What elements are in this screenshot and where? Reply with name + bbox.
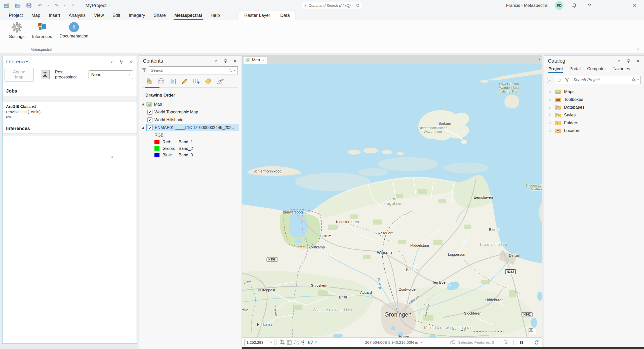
list-by-selection-icon[interactable]: [169, 77, 177, 85]
settings-button[interactable]: Settings: [9, 22, 24, 39]
collapsed-triangle-icon[interactable]: ▷: [548, 90, 552, 94]
close-icon[interactable]: ×: [636, 59, 640, 63]
chevron-down-icon[interactable]: ˅: [109, 60, 114, 64]
project-name[interactable]: MyProject˅: [85, 3, 110, 8]
help-icon[interactable]: ?: [585, 1, 594, 10]
catalog-item-databases[interactable]: ▷ Databases: [544, 103, 644, 111]
pause-drawing-icon[interactable]: [518, 339, 525, 346]
catalog-item-styles[interactable]: ▷ Styles: [544, 111, 644, 119]
map-view-tab[interactable]: Map ×: [243, 56, 267, 64]
chevron-down-icon[interactable]: ˅: [234, 69, 235, 72]
expanded-triangle-icon[interactable]: ◢: [141, 103, 144, 106]
home-icon[interactable]: [555, 76, 563, 84]
job-item[interactable]: ArcGIS Class v1 Provisioning (~5min) 0%: [3, 102, 137, 122]
collapse-ribbon-icon[interactable]: ˅: [637, 47, 639, 52]
back-icon[interactable]: ←: [547, 77, 553, 83]
redo-icon[interactable]: ↷: [53, 2, 60, 9]
filter-funnel-icon[interactable]: [563, 76, 571, 84]
notifications-bell-icon[interactable]: [570, 1, 579, 10]
ribbon-tab-insert[interactable]: Insert: [45, 11, 64, 20]
pin-icon[interactable]: [119, 60, 124, 64]
catalog-item-toolboxes[interactable]: ▷ Toolboxes: [544, 96, 644, 103]
documentation-button[interactable]: i Documentation: [60, 22, 88, 39]
collapsed-triangle-icon[interactable]: ▷: [548, 129, 552, 133]
refresh-map-icon[interactable]: [533, 339, 540, 346]
chevron-down-icon[interactable]: ˅: [617, 59, 621, 63]
chevron-down-icon[interactable]: ˅: [315, 340, 317, 344]
catalog-search-input[interactable]: [571, 78, 632, 82]
ribbon-tab-map[interactable]: Map: [27, 11, 45, 20]
coordinate-readout[interactable]: 267,534.00E 5,940,216.00N m˅: [365, 340, 423, 345]
collapsed-triangle-icon[interactable]: ▷: [548, 98, 552, 101]
inferences-button[interactable]: Inferences: [32, 22, 52, 39]
redo-dropdown-icon[interactable]: ˅: [64, 4, 66, 8]
map-notes-button[interactable]: [529, 328, 536, 334]
pin-icon[interactable]: [223, 59, 228, 63]
ribbon-tab-imagery[interactable]: Imagery: [125, 11, 149, 20]
ribbon-tab-view[interactable]: View: [90, 11, 108, 20]
open-project-icon[interactable]: [14, 2, 22, 9]
explore-selection-icon[interactable]: [449, 339, 456, 346]
ribbon-tab-metaspectral[interactable]: Metaspectral: [170, 11, 206, 20]
tab-list-chevron-icon[interactable]: ˅: [538, 58, 540, 61]
contents-search[interactable]: ˅: [149, 66, 238, 74]
catalog-tab-favorites[interactable]: Favorites: [613, 66, 630, 73]
close-button[interactable]: ×: [630, 1, 639, 10]
catalog-item-locators[interactable]: ▷ Locators: [544, 127, 644, 135]
add-to-map-button[interactable]: Add to Map: [5, 68, 34, 82]
command-search-input[interactable]: [309, 4, 354, 8]
collapsed-triangle-icon[interactable]: ▷: [548, 106, 552, 109]
map-canvas[interactable]: Lower Saxon Wadden Sea National ParkBork…: [242, 64, 542, 337]
grid-icon[interactable]: [286, 339, 293, 346]
tab-raster-layer[interactable]: Raster Layer: [239, 11, 275, 20]
scale-select[interactable]: 1:252,283˅: [244, 339, 274, 346]
clear-selection-icon[interactable]: [502, 339, 509, 346]
ribbon-tab-project[interactable]: Project: [5, 11, 27, 20]
list-by-table-icon[interactable]: [192, 77, 201, 85]
catalog-tab-project[interactable]: Project: [548, 66, 563, 73]
measure-icon[interactable]: [293, 339, 300, 346]
tree-node-map[interactable]: ◢ Map: [139, 100, 241, 108]
post-processing-select[interactable]: None ˅: [89, 70, 133, 79]
list-by-data-source-icon[interactable]: [157, 77, 165, 85]
restore-button[interactable]: [615, 1, 624, 10]
collapsed-triangle-icon[interactable]: ▷: [548, 121, 552, 125]
menu-icon[interactable]: ≡: [637, 68, 640, 72]
tab-data[interactable]: Data: [275, 11, 295, 20]
catalog-item-maps[interactable]: ▷ Maps: [544, 88, 644, 96]
minimize-button[interactable]: —: [600, 1, 609, 10]
catalog-tab-computer[interactable]: Computer: [587, 66, 606, 73]
catalog-tab-portal[interactable]: Portal: [570, 66, 581, 73]
filter-funnel-icon[interactable]: [142, 68, 147, 73]
customize-toolbar-icon[interactable]: ˅: [69, 2, 77, 9]
list-by-editing-icon[interactable]: [180, 77, 189, 85]
ribbon-tab-analysis[interactable]: Analysis: [64, 11, 90, 20]
list-by-labeling-icon[interactable]: [204, 77, 213, 85]
undo-dropdown-icon[interactable]: ˅: [47, 4, 49, 8]
open-table-icon[interactable]: [279, 339, 286, 346]
north-rotation-icon[interactable]: N: [307, 339, 314, 346]
auto-refresh-toggle[interactable]: [41, 70, 49, 79]
chevron-down-icon[interactable]: ˅: [637, 78, 639, 82]
catalog-item-folders[interactable]: ▷ Folders: [544, 119, 644, 127]
selected-features-count[interactable]: Selected Features: 0: [458, 340, 494, 345]
pin-icon[interactable]: [626, 59, 631, 63]
expanded-triangle-icon[interactable]: ◢: [141, 126, 144, 129]
collapsed-triangle-icon[interactable]: ▷: [548, 113, 552, 117]
close-tab-icon[interactable]: ×: [262, 58, 264, 62]
ribbon-tab-edit[interactable]: Edit: [108, 11, 125, 20]
signed-in-user[interactable]: Francis - Metaspectral: [506, 3, 548, 8]
layer-row-world-hillshade[interactable]: ✓ World Hillshade: [139, 116, 241, 124]
contents-search-input[interactable]: [151, 68, 227, 73]
close-icon[interactable]: ×: [233, 59, 237, 63]
layer-row-enmap[interactable]: ◢ ✓ ENMAP01-____L1C-DT0000002446_2022081…: [139, 124, 241, 132]
ribbon-tab-share[interactable]: Share: [149, 11, 170, 20]
layer-checkbox[interactable]: ✓: [147, 110, 152, 115]
chevron-down-icon[interactable]: ˅: [214, 59, 218, 63]
list-by-imagery-icon[interactable]: [216, 77, 224, 85]
snapping-icon[interactable]: [300, 339, 307, 346]
save-project-icon[interactable]: [25, 2, 33, 9]
list-by-drawing-order-icon[interactable]: [145, 77, 153, 85]
undo-icon[interactable]: ↶: [36, 2, 44, 9]
close-icon[interactable]: ×: [129, 60, 133, 64]
